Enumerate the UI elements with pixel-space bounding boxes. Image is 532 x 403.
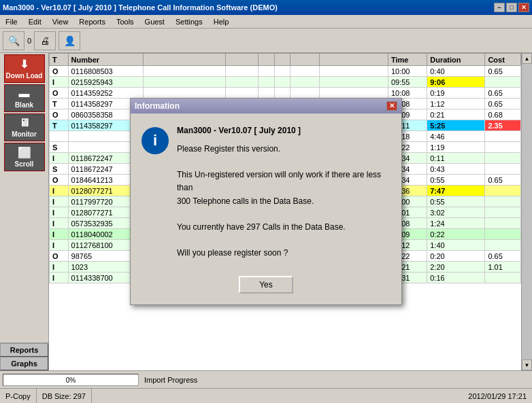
modal-close-button[interactable]: ✕: [386, 101, 397, 111]
modal-footer: Yes: [131, 270, 401, 304]
modal-line6: Will you please register soon ?: [177, 247, 390, 260]
information-dialog: Information ✕ i Man3000 - Ver10.07 [ Jul…: [130, 98, 402, 306]
modal-line5: You currently have 297 Calls in the Data…: [177, 221, 390, 234]
modal-overlay: Information ✕ i Man3000 - Ver10.07 [ Jul…: [0, 0, 532, 403]
modal-content: Man3000 - Ver10.07 [ July 2010 ] Please …: [177, 124, 390, 260]
modal-body: i Man3000 - Ver10.07 [ July 2010 ] Pleas…: [131, 113, 401, 271]
modal-line1: Man3000 - Ver10.07 [ July 2010 ]: [177, 124, 390, 137]
modal-line2: Please Register this version.: [177, 143, 390, 156]
modal-title-bar: Information ✕: [131, 99, 401, 113]
modal-line3: This Un-registered version will only wor…: [177, 169, 390, 194]
info-icon: i: [142, 127, 169, 154]
yes-button[interactable]: Yes: [239, 276, 293, 294]
modal-line4: 300 Telephone calls in the Data Base.: [177, 195, 390, 208]
modal-title-text: Information: [135, 101, 180, 111]
